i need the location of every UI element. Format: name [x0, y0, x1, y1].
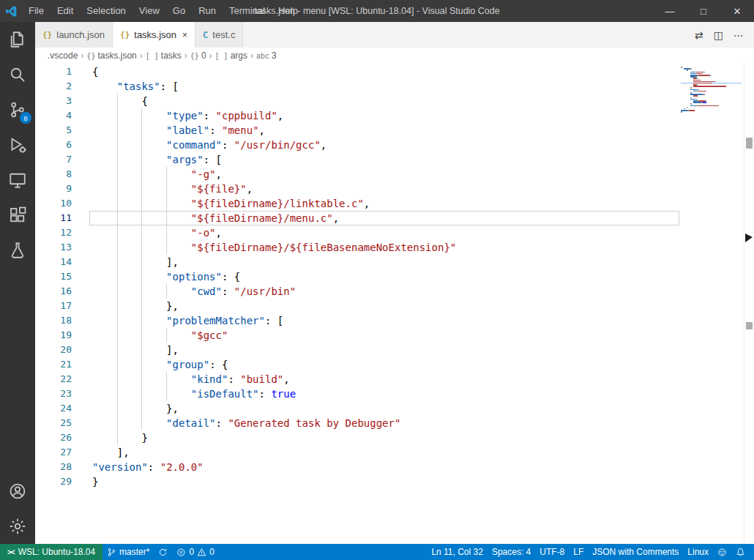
settings-gear-icon[interactable] — [0, 509, 35, 544]
git-branch-status[interactable]: master* — [102, 544, 154, 560]
breadcrumb-0[interactable]: {}0 — [190, 51, 206, 61]
notifications-bell-icon[interactable] — [731, 544, 750, 560]
code-line[interactable]: 13"${fileDirname}/${fileBasenameNoExtens… — [35, 240, 679, 255]
split-editor-icon[interactable]: ◫ — [714, 29, 723, 41]
code-line[interactable]: 7"args": [ — [35, 152, 679, 167]
breadcrumb-vscode[interactable]: .vscode — [48, 51, 78, 61]
errors-icon — [176, 548, 186, 557]
remote-indicator[interactable]: >< WSL: Ubuntu-18.04 — [0, 544, 102, 560]
minimap[interactable] — [679, 64, 744, 544]
code-line[interactable]: 15"options": { — [35, 269, 679, 284]
window-title: tasks.json - menu [WSL: Ubuntu-18.04] - … — [254, 6, 499, 16]
language-mode-status[interactable]: JSON with Comments — [588, 544, 683, 560]
menu-file[interactable]: File — [22, 0, 51, 22]
editor-actions: ⇄ ◫ ⋯ — [695, 22, 754, 48]
more-actions-icon[interactable]: ⋯ — [734, 29, 744, 41]
array-symbol-icon: [ ] — [215, 52, 228, 60]
code-line[interactable]: 24}, — [35, 401, 679, 416]
encoding-status[interactable]: UTF-8 — [535, 544, 569, 560]
code-line[interactable]: 29} — [35, 474, 679, 489]
code-line[interactable]: 5"label": "menu", — [35, 123, 679, 138]
code-line[interactable]: 2"tasks": [ — [35, 79, 679, 94]
tab-test-c[interactable]: C test.c — [195, 22, 243, 48]
explorer-icon[interactable] — [0, 22, 35, 57]
tab-tasks-json[interactable]: {} tasks.json × — [113, 22, 195, 48]
open-changes-icon[interactable]: ⇄ — [695, 29, 703, 41]
cursor-position-status[interactable]: Ln 11, Col 32 — [427, 544, 488, 560]
menu-edit[interactable]: Edit — [51, 0, 80, 22]
extensions-icon[interactable] — [0, 198, 35, 233]
remote-explorer-icon[interactable] — [0, 163, 35, 198]
vscode-logo-icon — [0, 5, 22, 18]
code-line[interactable]: 26} — [35, 430, 679, 445]
code-line[interactable]: 16"cwd": "/usr/bin" — [35, 284, 679, 299]
code-line[interactable]: 27], — [35, 445, 679, 460]
code-line[interactable]: 17}, — [35, 299, 679, 313]
menu-go[interactable]: Go — [166, 0, 192, 22]
code-line[interactable]: 8"-g", — [35, 167, 679, 182]
line-number: 28 — [35, 460, 72, 474]
menu-run[interactable]: Run — [192, 0, 223, 22]
line-number: 25 — [35, 416, 72, 430]
line-number: 20 — [35, 343, 72, 357]
breadcrumb-tasks-json[interactable]: {}tasks.json — [86, 51, 136, 61]
breadcrumb-args[interactable]: [ ]args — [215, 51, 247, 61]
menu-view[interactable]: View — [132, 0, 166, 22]
menu-selection[interactable]: Selection — [80, 0, 132, 22]
code-line[interactable]: 4"type": "cppbuild", — [35, 108, 679, 123]
object-symbol-icon: {} — [86, 52, 95, 60]
code-line[interactable]: 9"${file}", — [35, 182, 679, 196]
title-bar: File Edit Selection View Go Run Terminal… — [0, 0, 754, 22]
line-number: 14 — [35, 255, 72, 269]
code-line[interactable]: 12"-o", — [35, 225, 679, 240]
code-line[interactable]: 6"command": "/usr/bin/gcc", — [35, 138, 679, 152]
code-line[interactable]: 25"detail": "Generated task by Debugger" — [35, 416, 679, 430]
breadcrumb-tasks[interactable]: [ ]tasks — [146, 51, 182, 61]
indentation-status[interactable]: Spaces: 4 — [488, 544, 535, 560]
search-icon[interactable] — [0, 57, 35, 92]
code-line[interactable]: 11"${fileDirname}/menu.c", — [35, 211, 679, 225]
code-line[interactable]: 14], — [35, 255, 679, 269]
source-control-icon[interactable]: 8 — [0, 92, 35, 127]
code-line[interactable]: 21"group": { — [35, 357, 679, 372]
code-line[interactable]: 22"kind": "build", — [35, 372, 679, 387]
vertical-scrollbar[interactable] — [744, 64, 754, 544]
source-control-badge: 8 — [20, 112, 31, 124]
code-area[interactable]: 1{2"tasks": [3{4"type": "cppbuild",5"lab… — [35, 64, 679, 544]
editor[interactable]: 1{2"tasks": [3{4"type": "cppbuild",5"lab… — [35, 64, 754, 544]
accounts-icon[interactable] — [0, 474, 35, 509]
tab-label: launch.json — [56, 29, 105, 40]
sync-status[interactable] — [154, 544, 172, 560]
close-button[interactable]: ✕ — [720, 0, 754, 22]
feedback-icon[interactable] — [713, 544, 731, 560]
eol-status[interactable]: LF — [569, 544, 588, 560]
overview-ruler-mark — [746, 322, 753, 329]
breadcrumb-3[interactable]: abc3 — [256, 51, 277, 61]
run-debug-icon[interactable] — [0, 127, 35, 163]
code-line[interactable]: 19"$gcc" — [35, 328, 679, 343]
tab-label: test.c — [212, 29, 235, 40]
testing-icon[interactable] — [0, 233, 35, 268]
vscode-window: File Edit Selection View Go Run Terminal… — [0, 0, 754, 560]
code-line[interactable]: 10"${fileDirname}/linktable.c", — [35, 196, 679, 211]
line-number: 21 — [35, 357, 72, 372]
code-line[interactable]: 23"isDefault": true — [35, 387, 679, 401]
line-number: 24 — [35, 401, 72, 416]
mouse-cursor — [745, 234, 753, 242]
line-number: 9 — [35, 182, 72, 196]
breadcrumb: .vscode › {}tasks.json › [ ]tasks › {}0 … — [35, 48, 754, 64]
line-number: 22 — [35, 372, 72, 387]
code-line[interactable]: 20], — [35, 343, 679, 357]
tab-launch-json[interactable]: {} launch.json — [35, 22, 113, 48]
minimize-button[interactable]: — — [653, 0, 687, 22]
code-line[interactable]: 3{ — [35, 94, 679, 108]
maximize-button[interactable]: □ — [687, 0, 720, 22]
os-status[interactable]: Linux — [683, 544, 713, 560]
code-line[interactable]: 28"version": "2.0.0" — [35, 460, 679, 474]
code-line[interactable]: 18"problemMatcher": [ — [35, 313, 679, 328]
tab-close-icon[interactable]: × — [182, 30, 187, 40]
code-line[interactable]: 1{ — [35, 64, 679, 79]
line-number: 16 — [35, 284, 72, 299]
problems-status[interactable]: 0 0 — [172, 544, 218, 560]
branch-icon — [107, 548, 116, 557]
